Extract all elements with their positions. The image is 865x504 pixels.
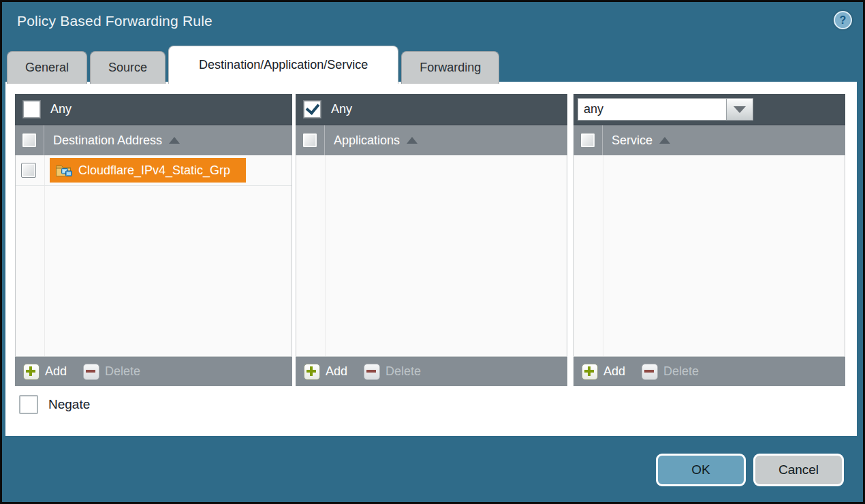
service-dropdown-value: any	[578, 99, 726, 120]
service-add-button[interactable]: Add	[603, 364, 625, 379]
tab-source-label: Source	[108, 61, 147, 75]
help-icon[interactable]: ?	[834, 11, 852, 29]
service-column: any Service Add Delete	[573, 94, 845, 386]
header-divider	[324, 125, 325, 155]
service-any-dropdown[interactable]: any	[578, 98, 753, 121]
destination-address-entry[interactable]: Cloudflare_IPv4_Static_Grp	[50, 158, 246, 183]
tab-forwarding[interactable]: Forwarding	[401, 51, 499, 84]
tab-bar: General Source Destination/Application/S…	[7, 46, 499, 84]
service-header-row: Service	[573, 125, 845, 155]
tab-general-label: General	[25, 61, 69, 75]
applications-any-header: Any	[296, 94, 567, 125]
sort-ascending-icon[interactable]	[169, 137, 180, 144]
address-group-icon	[55, 163, 73, 178]
ok-button-label: OK	[691, 462, 710, 477]
sort-ascending-icon[interactable]	[407, 137, 418, 144]
service-header-label[interactable]: Service	[612, 133, 652, 148]
chevron-down-icon	[734, 106, 746, 113]
applications-column: Any Applications Add Delete	[296, 94, 567, 386]
dialog-title: Policy Based Forwarding Rule	[17, 13, 213, 29]
destination-delete-button: Delete	[105, 364, 140, 379]
service-footer-bar: Add Delete	[573, 357, 845, 386]
row-checkbox[interactable]	[21, 163, 36, 178]
delete-icon	[364, 364, 380, 380]
sort-ascending-icon[interactable]	[659, 137, 670, 144]
destination-add-button[interactable]: Add	[45, 364, 67, 379]
dropdown-button[interactable]	[726, 99, 753, 120]
destination-address-column: Any Destination Address	[15, 94, 292, 386]
add-icon[interactable]	[304, 364, 320, 380]
applications-footer-bar: Add Delete	[296, 357, 567, 386]
applications-list	[296, 155, 567, 357]
checkbox-column-divider	[603, 155, 603, 356]
tab-forwarding-label: Forwarding	[420, 61, 481, 75]
applications-header-label[interactable]: Applications	[334, 133, 400, 148]
tab-source[interactable]: Source	[90, 51, 166, 84]
applications-header-row: Applications	[296, 125, 567, 155]
tab-destination-application-service[interactable]: Destination/Application/Service	[168, 46, 398, 84]
table-row: Cloudflare_IPv4_Static_Grp	[16, 155, 292, 186]
add-icon[interactable]	[582, 364, 598, 380]
destination-any-header: Any	[15, 94, 292, 125]
negate-checkbox[interactable]	[19, 395, 38, 414]
destination-address-list: Cloudflare_IPv4_Static_Grp	[15, 155, 292, 357]
checkbox-column-divider	[325, 155, 326, 356]
applications-any-label: Any	[331, 102, 352, 116]
destination-address-name: Cloudflare_IPv4_Static_Grp	[78, 163, 230, 178]
cancel-button-label: Cancel	[778, 462, 819, 477]
ok-button[interactable]: OK	[656, 454, 746, 486]
add-icon[interactable]	[23, 364, 40, 380]
destination-any-checkbox[interactable]	[23, 101, 40, 118]
destination-footer-bar: Add Delete	[15, 357, 292, 386]
destination-any-label: Any	[50, 102, 72, 116]
tab-destination-label: Destination/Application/Service	[199, 58, 368, 72]
policy-based-forwarding-dialog: Policy Based Forwarding Rule ? General S…	[0, 0, 865, 504]
destination-select-all-checkbox[interactable]	[22, 133, 37, 148]
applications-add-button[interactable]: Add	[326, 364, 347, 379]
cancel-button[interactable]: Cancel	[753, 454, 844, 486]
negate-label: Negate	[48, 397, 90, 412]
service-select-all-checkbox[interactable]	[580, 133, 595, 148]
header-divider	[602, 125, 603, 155]
negate-option: Negate	[19, 395, 90, 414]
service-list	[573, 155, 845, 357]
header-divider	[44, 125, 44, 155]
delete-icon	[83, 364, 99, 380]
service-delete-button: Delete	[663, 364, 699, 379]
delete-icon	[642, 364, 658, 380]
applications-any-checkbox[interactable]	[304, 101, 321, 118]
service-dropdown-header: any	[573, 94, 845, 125]
tab-general[interactable]: General	[7, 51, 87, 84]
tab-content-panel: Any Destination Address	[5, 82, 857, 436]
destination-address-header-label[interactable]: Destination Address	[53, 133, 162, 148]
destination-address-header-row: Destination Address	[15, 125, 292, 155]
applications-select-all-checkbox[interactable]	[302, 133, 317, 148]
applications-delete-button: Delete	[386, 364, 421, 379]
question-mark-glyph: ?	[840, 14, 847, 27]
